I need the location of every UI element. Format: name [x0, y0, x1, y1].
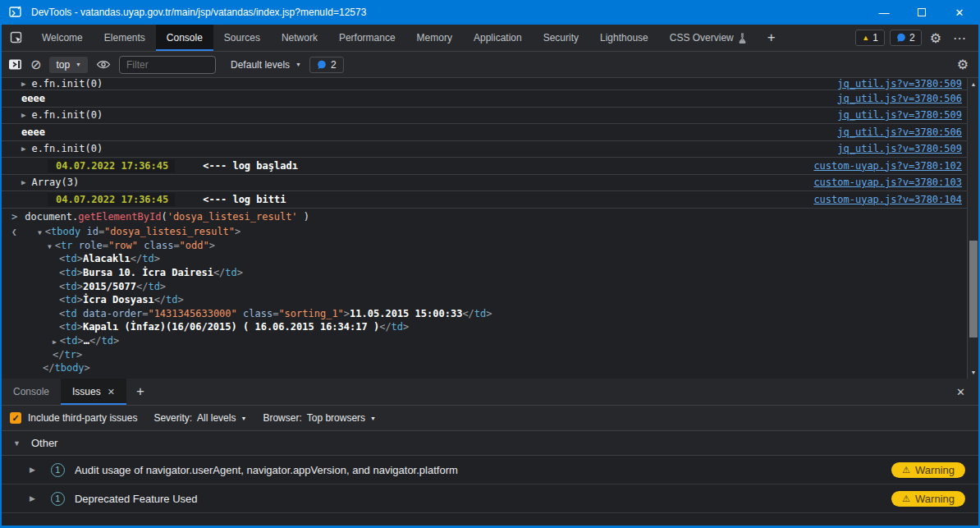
tab-performance[interactable]: Performance	[328, 25, 406, 51]
dom-tree-line[interactable]: <td>Kapalı (İnfaz)(16/06/2015) ( 16.06.2…	[2, 320, 967, 334]
drawer-tab-label: Issues	[72, 386, 101, 397]
dom-tree-line[interactable]: ▶<td>…</td>	[2, 334, 967, 348]
code-token-p: >	[237, 267, 243, 278]
console-issues-counter[interactable]: 2	[309, 57, 344, 73]
issue-row[interactable]: ▶1Deprecated Feature Used⚠Warning	[2, 484, 978, 513]
chevron-collapsed-icon[interactable]: ▶	[53, 338, 57, 346]
console-prompt-chevron: >	[11, 211, 17, 223]
maximize-button[interactable]	[903, 0, 941, 25]
code-token-attr: class	[144, 240, 173, 251]
expand-triangle-icon[interactable]: ▶	[21, 178, 25, 186]
source-location-link[interactable]: jq_util.js?v=3780:509	[837, 109, 962, 121]
console-object-preview[interactable]: Array(3)	[31, 177, 79, 188]
dom-tree-line[interactable]: <td>Bursa 10. İcra Dairesi</td>	[2, 266, 967, 280]
warnings-counter[interactable]: ▲ 1	[855, 30, 885, 46]
dom-tree-line-content: <td>Kapalı (İnfaz)(16/06/2015) ( 16.06.2…	[59, 321, 409, 333]
drawer-tab-console[interactable]: Console	[2, 379, 61, 405]
scrollbar-thumb[interactable]	[969, 241, 978, 337]
console-eval-row[interactable]: > document.getElementById('dosya_listesi…	[2, 209, 967, 226]
source-location-link[interactable]: jq_util.js?v=3780:509	[837, 143, 962, 154]
console-object-preview[interactable]: e.fn.init(0)	[31, 78, 103, 90]
code-token-p: >	[209, 240, 215, 251]
tab-sources[interactable]: Sources	[213, 25, 271, 51]
chevron-down-icon: ▼	[76, 62, 81, 67]
code-token-p: </	[379, 321, 391, 333]
source-location-link[interactable]: jq_util.js?v=3780:506	[837, 93, 962, 104]
dom-tree-line[interactable]: </tr>	[2, 347, 967, 361]
dom-tree-line[interactable]: <td>2015/5077</td>	[2, 279, 967, 293]
chevron-expanded-icon[interactable]: ▼	[48, 243, 52, 250]
dom-tree-line[interactable]: <td data-order="1431345633000" class="so…	[2, 307, 967, 321]
console-object-preview[interactable]: e.fn.init(0)	[31, 143, 103, 154]
code-token-p: >	[77, 267, 83, 278]
drawer-close-icon[interactable]: ✕	[953, 386, 969, 398]
close-tab-icon[interactable]: ✕	[108, 387, 115, 397]
tab-css-overview[interactable]: CSS Overview	[659, 25, 758, 51]
console-message-row: ▶e.fn.init(0)jq_util.js?v=3780:509	[2, 78, 967, 90]
settings-gear-icon[interactable]: ⚙	[927, 30, 945, 46]
inspect-element-icon[interactable]	[2, 25, 31, 51]
filter-input[interactable]	[119, 56, 216, 74]
console-message-content: eeee	[21, 93, 837, 104]
dom-tree-line[interactable]: ▼<tr role="row" class="odd">	[2, 239, 967, 253]
minimize-button[interactable]: —	[865, 0, 903, 25]
tab-application[interactable]: Application	[463, 25, 533, 51]
tab-network[interactable]: Network	[271, 25, 328, 51]
console-message-content: ▶e.fn.init(0)	[21, 78, 837, 90]
severity-select[interactable]: All levels ▼	[197, 412, 246, 424]
window-title: DevTools - vatandas.uyap.gov.tr/main/jsp…	[31, 7, 865, 18]
drawer-more-tabs-button[interactable]: +	[126, 379, 154, 405]
code-token-str: 'dosya_listesi_result'	[167, 211, 298, 223]
tab-elements[interactable]: Elements	[94, 25, 156, 51]
code-token-plain: (	[161, 211, 167, 223]
tab-memory[interactable]: Memory	[406, 25, 463, 51]
issue-row[interactable]: ▶1Audit usage of navigator.userAgent, na…	[2, 456, 978, 484]
console-settings-gear-icon[interactable]: ⚙	[954, 57, 972, 72]
console-object-preview[interactable]: e.fn.init(0)	[31, 109, 103, 121]
expand-triangle-icon[interactable]: ▶	[21, 80, 25, 88]
browser-value: Top browsers	[307, 412, 365, 424]
source-location-link[interactable]: jq_util.js?v=3780:509	[837, 78, 962, 90]
frame-context-select[interactable]: top ▼	[49, 57, 88, 73]
tab-welcome[interactable]: Welcome	[31, 25, 94, 51]
scroll-down-arrow[interactable]: ▼	[968, 370, 978, 375]
code-token-tag: td	[392, 321, 403, 333]
dom-tree-line[interactable]: ❮▼<tbody id="dosya_listesi_result">	[2, 225, 967, 239]
more-tabs-button[interactable]: +	[758, 25, 785, 51]
console-sidebar-toggle-icon[interactable]	[8, 58, 22, 71]
issues-group-header[interactable]: ▼ Other	[2, 431, 978, 456]
clear-console-icon[interactable]: ⊘	[30, 57, 41, 72]
browser-select[interactable]: Top browsers ▼	[307, 412, 376, 424]
dom-tree-line[interactable]: <td>İcra Dosyası</td>	[2, 293, 967, 307]
live-expression-eye-icon[interactable]	[96, 59, 111, 70]
source-location-link[interactable]: jq_util.js?v=3780:506	[837, 126, 962, 138]
dom-tree-line-content: <td>2015/5077</td>	[59, 281, 166, 292]
third-party-checkbox[interactable]: ✓	[10, 412, 21, 424]
tab-label: Lighthouse	[600, 32, 648, 44]
drawer-tab-issues[interactable]: Issues✕	[61, 379, 126, 405]
expand-triangle-icon[interactable]: ▶	[30, 494, 35, 503]
tab-console[interactable]: Console	[156, 25, 213, 51]
expand-triangle-icon[interactable]: ▶	[21, 145, 25, 153]
tab-security[interactable]: Security	[533, 25, 589, 51]
chevron-expanded-icon[interactable]: ▼	[38, 229, 42, 236]
code-token-text: Kapalı (İnfaz)(16/06/2015) ( 16.06.2015 …	[83, 321, 379, 333]
expand-triangle-icon[interactable]: ▶	[30, 466, 35, 474]
issues-counter[interactable]: 2	[890, 30, 922, 46]
source-location-link[interactable]: custom-uyap.js?v=3780:102	[813, 160, 962, 172]
dom-tree-line[interactable]: </tbody>	[2, 361, 967, 375]
code-token-attr: role	[79, 240, 103, 251]
source-location-link[interactable]: custom-uyap.js?v=3780:104	[813, 194, 962, 205]
source-location-link[interactable]: custom-uyap.js?v=3780:103	[813, 177, 962, 188]
code-token-plain	[237, 308, 243, 319]
dom-tree-line[interactable]: <td>Alacaklı</td>	[2, 252, 967, 266]
log-levels-select[interactable]: Default levels ▼	[231, 59, 301, 71]
console-scrollbar[interactable]: ▲ ▼	[967, 78, 978, 379]
more-options-icon[interactable]: ⋯	[950, 30, 970, 46]
scroll-up-arrow[interactable]: ▲	[968, 81, 978, 87]
code-token-plain	[73, 240, 79, 251]
expand-triangle-icon[interactable]: ▶	[21, 111, 25, 119]
tab-lighthouse[interactable]: Lighthouse	[589, 25, 659, 51]
close-button[interactable]: ✕	[941, 0, 978, 25]
console-message-content: ▶e.fn.init(0)	[21, 109, 837, 121]
